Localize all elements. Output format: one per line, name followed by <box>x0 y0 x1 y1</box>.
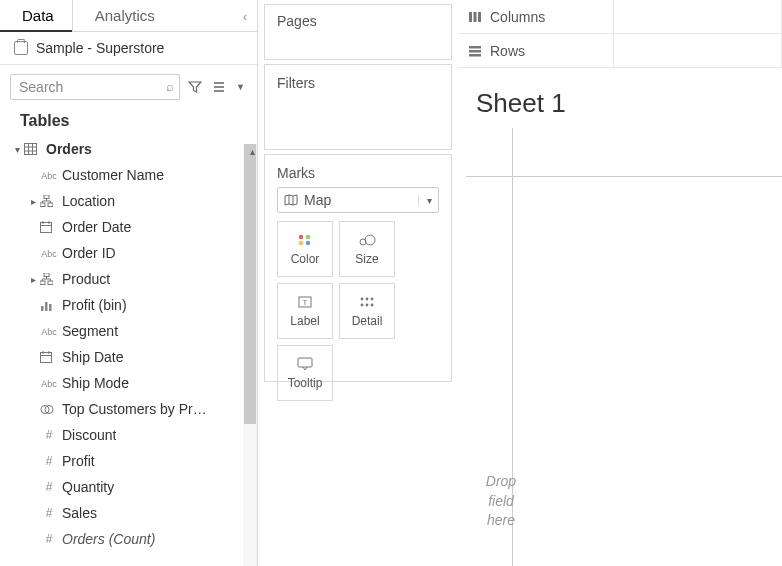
svg-point-24 <box>299 235 303 239</box>
field-type-icon <box>40 300 58 311</box>
svg-rect-41 <box>478 12 481 22</box>
field-row[interactable]: #Orders (Count) <box>0 526 257 552</box>
canvas-horizontal-guide <box>466 176 782 177</box>
svg-rect-0 <box>25 144 37 155</box>
svg-text:T: T <box>303 298 308 307</box>
field-row[interactable]: ▸Product <box>0 266 257 292</box>
marks-label[interactable]: T Label <box>277 283 333 339</box>
sheet-title[interactable]: Sheet 1 <box>466 76 782 119</box>
svg-rect-43 <box>469 50 481 53</box>
field-type-icon <box>40 195 58 207</box>
svg-rect-39 <box>469 12 472 22</box>
collapse-pane-icon[interactable]: ‹ <box>243 10 247 24</box>
map-icon <box>284 194 298 206</box>
svg-rect-6 <box>40 203 45 207</box>
svg-rect-18 <box>41 353 52 363</box>
field-row[interactable]: Profit (bin) <box>0 292 257 318</box>
search-input[interactable] <box>10 74 180 100</box>
marks-detail[interactable]: Detail <box>339 283 395 339</box>
field-label: Order ID <box>58 245 116 261</box>
scrollbar-thumb[interactable] <box>244 144 256 424</box>
svg-point-26 <box>299 241 303 245</box>
mark-type-label: Map <box>304 192 331 208</box>
datasource-name: Sample - Superstore <box>36 40 164 56</box>
filter-icon[interactable] <box>186 78 204 96</box>
field-label: Segment <box>58 323 118 339</box>
svg-rect-14 <box>48 281 53 285</box>
field-label: Discount <box>58 427 116 443</box>
svg-point-34 <box>371 298 374 301</box>
field-type-icon: # <box>40 506 58 520</box>
field-row[interactable]: ▸Location <box>0 188 257 214</box>
color-icon <box>295 232 315 248</box>
field-type-icon <box>40 404 58 415</box>
field-row[interactable]: Order Date <box>0 214 257 240</box>
svg-point-29 <box>365 235 375 245</box>
field-type-icon <box>40 351 58 363</box>
field-row[interactable]: AbcCustomer Name <box>0 162 257 188</box>
svg-rect-5 <box>44 195 49 199</box>
svg-rect-42 <box>469 46 481 49</box>
svg-rect-40 <box>474 12 477 22</box>
field-row[interactable]: Top Customers by Pr… <box>0 396 257 422</box>
field-row[interactable]: Ship Date <box>0 344 257 370</box>
field-row[interactable]: #Discount <box>0 422 257 448</box>
svg-point-35 <box>361 304 364 307</box>
rows-drop-zone[interactable] <box>614 34 782 67</box>
search-icon[interactable]: ⌕ <box>166 79 174 94</box>
svg-rect-15 <box>41 306 44 311</box>
field-label: Customer Name <box>58 167 164 183</box>
pages-title: Pages <box>277 13 439 29</box>
datasource-icon <box>14 41 28 55</box>
rows-icon <box>468 45 482 57</box>
marks-card: Marks Map ▾ Color Size T La <box>264 154 452 382</box>
expand-icon[interactable]: ▸ <box>26 274 40 285</box>
field-row[interactable]: #Quantity <box>0 474 257 500</box>
field-type-icon: # <box>40 480 58 494</box>
field-row[interactable]: #Profit <box>0 448 257 474</box>
svg-rect-17 <box>49 304 52 311</box>
field-type-icon <box>40 273 58 285</box>
columns-drop-zone[interactable] <box>614 0 782 33</box>
field-type-icon: Abc <box>40 325 58 337</box>
svg-rect-7 <box>48 203 53 207</box>
scrollbar[interactable] <box>243 144 257 566</box>
scroll-up-icon[interactable]: ▴ <box>250 146 255 157</box>
view-list-icon[interactable] <box>210 78 228 96</box>
tab-data[interactable]: Data <box>0 0 72 31</box>
svg-rect-44 <box>469 54 481 57</box>
svg-point-37 <box>371 304 374 307</box>
pages-card[interactable]: Pages <box>264 4 452 60</box>
filters-card[interactable]: Filters <box>264 64 452 150</box>
field-label: Orders (Count) <box>58 531 155 547</box>
rows-shelf[interactable]: Rows <box>458 34 614 67</box>
tab-analytics[interactable]: Analytics ‹ <box>72 0 257 31</box>
datasource-row[interactable]: Sample - Superstore <box>0 32 257 65</box>
svg-rect-8 <box>41 223 52 233</box>
svg-rect-16 <box>45 302 48 311</box>
field-label: Order Date <box>58 219 131 235</box>
tooltip-icon <box>295 356 315 372</box>
marks-size[interactable]: Size <box>339 221 395 277</box>
dropdown-caret-icon[interactable]: ▼ <box>234 80 247 94</box>
columns-icon <box>468 11 482 23</box>
marks-color[interactable]: Color <box>277 221 333 277</box>
expand-icon[interactable]: ▾ <box>10 144 24 155</box>
expand-icon[interactable]: ▸ <box>26 196 40 207</box>
marks-tooltip[interactable]: Tooltip <box>277 345 333 401</box>
field-label: Ship Mode <box>58 375 129 391</box>
field-type-icon <box>40 221 58 233</box>
table-label: Orders <box>42 141 92 157</box>
field-label: Top Customers by Pr… <box>58 401 207 417</box>
filters-title: Filters <box>277 75 439 91</box>
table-orders[interactable]: ▾Orders <box>0 136 257 162</box>
mark-type-dropdown[interactable]: Map ▾ <box>277 187 439 213</box>
field-row[interactable]: AbcOrder ID <box>0 240 257 266</box>
field-row[interactable]: AbcSegment <box>0 318 257 344</box>
field-row[interactable]: AbcShip Mode <box>0 370 257 396</box>
drop-field-hint[interactable]: Drop field here <box>480 472 522 531</box>
columns-shelf[interactable]: Columns <box>458 0 614 33</box>
field-row[interactable]: #Sales <box>0 500 257 526</box>
svg-rect-12 <box>44 273 49 277</box>
field-type-icon: Abc <box>40 377 58 389</box>
